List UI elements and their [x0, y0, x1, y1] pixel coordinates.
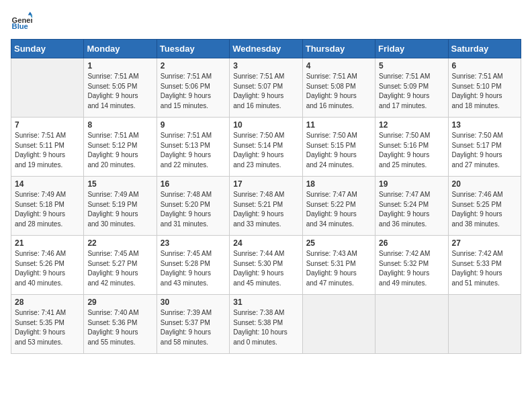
day-detail: Sunrise: 7:44 AM Sunset: 5:30 PM Dayligh…	[233, 249, 298, 288]
day-number: 17	[233, 179, 298, 189]
col-header-friday: Friday	[375, 40, 448, 58]
col-header-monday: Monday	[84, 40, 157, 58]
day-detail: Sunrise: 7:51 AM Sunset: 5:13 PM Dayligh…	[161, 131, 226, 170]
day-detail: Sunrise: 7:46 AM Sunset: 5:26 PM Dayligh…	[15, 249, 80, 288]
calendar-cell: 31Sunrise: 7:38 AM Sunset: 5:38 PM Dayli…	[230, 295, 302, 354]
day-number: 24	[233, 238, 298, 248]
day-detail: Sunrise: 7:42 AM Sunset: 5:32 PM Dayligh…	[379, 249, 444, 288]
day-number: 29	[87, 298, 152, 307]
calendar-cell	[375, 295, 448, 354]
calendar-cell: 20Sunrise: 7:46 AM Sunset: 5:25 PM Dayli…	[448, 177, 521, 236]
calendar-cell	[448, 295, 521, 354]
calendar-cell: 17Sunrise: 7:48 AM Sunset: 5:21 PM Dayli…	[230, 177, 302, 236]
day-detail: Sunrise: 7:45 AM Sunset: 5:27 PM Dayligh…	[87, 249, 152, 288]
calendar-cell: 9Sunrise: 7:51 AM Sunset: 5:13 PM Daylig…	[157, 118, 229, 177]
calendar-cell	[302, 295, 375, 354]
calendar-cell: 21Sunrise: 7:46 AM Sunset: 5:26 PM Dayli…	[11, 236, 84, 295]
calendar-cell: 16Sunrise: 7:48 AM Sunset: 5:20 PM Dayli…	[157, 177, 229, 236]
calendar-cell: 5Sunrise: 7:51 AM Sunset: 5:09 PM Daylig…	[375, 58, 448, 118]
calendar-cell: 7Sunrise: 7:51 AM Sunset: 5:11 PM Daylig…	[11, 118, 84, 177]
calendar-cell: 14Sunrise: 7:49 AM Sunset: 5:18 PM Dayli…	[11, 177, 84, 236]
day-detail: Sunrise: 7:51 AM Sunset: 5:09 PM Dayligh…	[379, 72, 444, 111]
day-detail: Sunrise: 7:51 AM Sunset: 5:05 PM Dayligh…	[87, 72, 152, 111]
day-number: 18	[306, 179, 371, 189]
day-detail: Sunrise: 7:50 AM Sunset: 5:16 PM Dayligh…	[379, 131, 444, 170]
calendar-cell: 22Sunrise: 7:45 AM Sunset: 5:27 PM Dayli…	[84, 236, 157, 295]
calendar-cell: 26Sunrise: 7:42 AM Sunset: 5:32 PM Dayli…	[375, 236, 448, 295]
calendar-cell: 25Sunrise: 7:43 AM Sunset: 5:31 PM Dayli…	[302, 236, 375, 295]
day-detail: Sunrise: 7:39 AM Sunset: 5:37 PM Dayligh…	[161, 308, 226, 347]
day-number: 2	[161, 61, 226, 71]
svg-text:Blue: Blue	[12, 22, 28, 30]
day-detail: Sunrise: 7:45 AM Sunset: 5:28 PM Dayligh…	[161, 249, 226, 288]
day-number: 21	[15, 238, 80, 248]
day-detail: Sunrise: 7:50 AM Sunset: 5:14 PM Dayligh…	[233, 131, 298, 170]
calendar-cell	[11, 58, 84, 118]
day-detail: Sunrise: 7:50 AM Sunset: 5:15 PM Dayligh…	[306, 131, 371, 170]
calendar-cell: 29Sunrise: 7:40 AM Sunset: 5:36 PM Dayli…	[84, 295, 157, 354]
calendar-cell: 4Sunrise: 7:51 AM Sunset: 5:08 PM Daylig…	[302, 58, 375, 118]
calendar-cell: 10Sunrise: 7:50 AM Sunset: 5:14 PM Dayli…	[230, 118, 302, 177]
day-number: 16	[161, 179, 226, 189]
day-number: 28	[15, 298, 80, 307]
calendar-cell: 28Sunrise: 7:41 AM Sunset: 5:35 PM Dayli…	[11, 295, 84, 354]
day-detail: Sunrise: 7:47 AM Sunset: 5:24 PM Dayligh…	[379, 190, 444, 229]
day-number: 14	[15, 179, 80, 189]
col-header-sunday: Sunday	[11, 40, 84, 58]
col-header-thursday: Thursday	[302, 40, 375, 58]
day-detail: Sunrise: 7:40 AM Sunset: 5:36 PM Dayligh…	[87, 308, 152, 347]
calendar-cell: 19Sunrise: 7:47 AM Sunset: 5:24 PM Dayli…	[375, 177, 448, 236]
day-detail: Sunrise: 7:48 AM Sunset: 5:20 PM Dayligh…	[161, 190, 226, 229]
day-detail: Sunrise: 7:51 AM Sunset: 5:10 PM Dayligh…	[452, 72, 517, 111]
calendar-cell: 27Sunrise: 7:42 AM Sunset: 5:33 PM Dayli…	[448, 236, 521, 295]
day-detail: Sunrise: 7:49 AM Sunset: 5:19 PM Dayligh…	[87, 190, 152, 229]
day-detail: Sunrise: 7:47 AM Sunset: 5:22 PM Dayligh…	[306, 190, 371, 229]
col-header-wednesday: Wednesday	[230, 40, 302, 58]
day-number: 30	[161, 298, 226, 307]
day-number: 13	[452, 120, 517, 130]
day-detail: Sunrise: 7:41 AM Sunset: 5:35 PM Dayligh…	[15, 308, 80, 347]
day-detail: Sunrise: 7:46 AM Sunset: 5:25 PM Dayligh…	[452, 190, 517, 229]
logo-icon: General Blue	[11, 11, 32, 32]
logo: General Blue	[11, 11, 32, 32]
day-number: 7	[15, 120, 80, 130]
day-number: 31	[233, 298, 298, 307]
calendar-cell: 12Sunrise: 7:50 AM Sunset: 5:16 PM Dayli…	[375, 118, 448, 177]
day-detail: Sunrise: 7:38 AM Sunset: 5:38 PM Dayligh…	[233, 308, 298, 347]
calendar-cell: 18Sunrise: 7:47 AM Sunset: 5:22 PM Dayli…	[302, 177, 375, 236]
calendar-cell: 15Sunrise: 7:49 AM Sunset: 5:19 PM Dayli…	[84, 177, 157, 236]
calendar-cell: 8Sunrise: 7:51 AM Sunset: 5:12 PM Daylig…	[84, 118, 157, 177]
day-number: 12	[379, 120, 444, 130]
calendar-cell: 11Sunrise: 7:50 AM Sunset: 5:15 PM Dayli…	[302, 118, 375, 177]
day-number: 20	[452, 179, 517, 189]
day-detail: Sunrise: 7:48 AM Sunset: 5:21 PM Dayligh…	[233, 190, 298, 229]
day-detail: Sunrise: 7:51 AM Sunset: 5:08 PM Dayligh…	[306, 72, 371, 111]
day-number: 19	[379, 179, 444, 189]
day-number: 25	[306, 238, 371, 248]
svg-marker-2	[28, 12, 32, 15]
day-detail: Sunrise: 7:43 AM Sunset: 5:31 PM Dayligh…	[306, 249, 371, 288]
day-detail: Sunrise: 7:42 AM Sunset: 5:33 PM Dayligh…	[452, 249, 517, 288]
day-number: 27	[452, 238, 517, 248]
day-detail: Sunrise: 7:51 AM Sunset: 5:12 PM Dayligh…	[87, 131, 152, 170]
day-number: 26	[379, 238, 444, 248]
col-header-tuesday: Tuesday	[157, 40, 229, 58]
calendar-cell: 30Sunrise: 7:39 AM Sunset: 5:37 PM Dayli…	[157, 295, 229, 354]
calendar-cell: 2Sunrise: 7:51 AM Sunset: 5:06 PM Daylig…	[157, 58, 229, 118]
calendar-cell: 24Sunrise: 7:44 AM Sunset: 5:30 PM Dayli…	[230, 236, 302, 295]
day-number: 6	[452, 61, 517, 71]
calendar-cell: 23Sunrise: 7:45 AM Sunset: 5:28 PM Dayli…	[157, 236, 229, 295]
day-number: 9	[161, 120, 226, 130]
calendar-cell: 1Sunrise: 7:51 AM Sunset: 5:05 PM Daylig…	[84, 58, 157, 118]
day-detail: Sunrise: 7:50 AM Sunset: 5:17 PM Dayligh…	[452, 131, 517, 170]
day-detail: Sunrise: 7:51 AM Sunset: 5:07 PM Dayligh…	[233, 72, 298, 111]
calendar-cell: 6Sunrise: 7:51 AM Sunset: 5:10 PM Daylig…	[448, 58, 521, 118]
calendar-cell: 3Sunrise: 7:51 AM Sunset: 5:07 PM Daylig…	[230, 58, 302, 118]
day-number: 23	[161, 238, 226, 248]
calendar-cell: 13Sunrise: 7:50 AM Sunset: 5:17 PM Dayli…	[448, 118, 521, 177]
day-detail: Sunrise: 7:51 AM Sunset: 5:06 PM Dayligh…	[161, 72, 226, 111]
day-number: 5	[379, 61, 444, 71]
day-number: 4	[306, 61, 371, 71]
day-number: 15	[87, 179, 152, 189]
day-number: 8	[87, 120, 152, 130]
